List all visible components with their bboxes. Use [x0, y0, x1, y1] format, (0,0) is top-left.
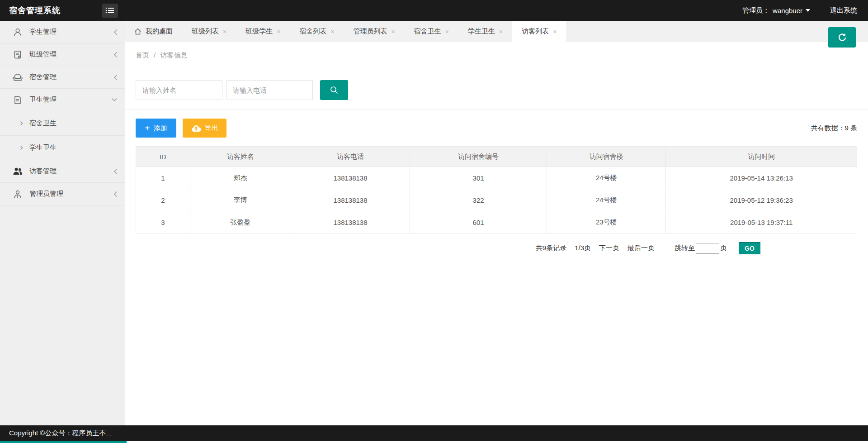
record-summary: 共9条记录	[536, 244, 566, 252]
total-count-label: 共有数据：9 条	[811, 124, 857, 133]
cell-time: 2019-05-14 13:26:13	[666, 167, 857, 189]
admin-username: wangbuer	[773, 7, 802, 14]
admin-user-dropdown[interactable]: 管理员：wangbuer	[742, 6, 810, 15]
header-cell-name: 访客姓名	[190, 147, 291, 167]
sidebar-item-admin-management[interactable]: 管理员管理	[0, 183, 125, 205]
chevron-left-icon	[113, 74, 118, 81]
sidebar-subitem-dorm-hygiene[interactable]: 宿舍卫生	[0, 111, 125, 136]
header-cell-time: 访问时间	[666, 147, 857, 167]
arrow-right-icon	[20, 121, 23, 126]
tab-dorm-list[interactable]: 宿舍列表×	[290, 21, 344, 42]
scrollbar-thumb[interactable]	[0, 441, 127, 443]
sidebar-item-student-management[interactable]: 学生管理	[0, 21, 125, 43]
export-button[interactable]: 导出	[183, 119, 226, 138]
sidebar-subitem-student-hygiene[interactable]: 学生卫生	[0, 136, 125, 160]
sidebar-item-dorm-management[interactable]: 宿舍管理	[0, 66, 125, 89]
last-page-link[interactable]: 最后一页	[627, 244, 655, 252]
admin-icon	[12, 189, 24, 199]
add-button[interactable]: + 添加	[136, 119, 176, 138]
table-row[interactable]: 3 张盈盈 138138138 601 23号楼 2019-05-13 19:3…	[136, 211, 857, 233]
breadcrumb-current: 访客信息	[160, 51, 187, 60]
table-header-row: ID 访客姓名 访客电话 访问宿舍编号 访问宿舍楼 访问时间	[136, 147, 857, 167]
close-icon[interactable]: ×	[330, 28, 334, 35]
chevron-left-icon	[113, 52, 118, 58]
tab-student-hygiene[interactable]: 学生卫生×	[458, 21, 512, 42]
close-icon[interactable]: ×	[392, 28, 395, 35]
hygiene-icon	[12, 95, 24, 105]
visitors-icon	[12, 167, 24, 176]
pagination: 共9条记录 1/3页 下一页 最后一页 跳转至 页 GO	[125, 233, 868, 254]
footer: Copyright ©公众号：程序员王不二	[0, 425, 868, 443]
table-row[interactable]: 1 郑杰 138138138 301 24号楼 2019-05-14 13:26…	[136, 167, 857, 189]
admin-label: 管理员：	[742, 6, 769, 15]
header-cell-building: 访问宿舍楼	[547, 147, 666, 167]
cell-name: 郑杰	[190, 167, 291, 189]
table-toolbar: + 添加 导出 共有数据：9 条	[125, 110, 868, 146]
tab-class-students[interactable]: 班级学生×	[236, 21, 290, 42]
header-cell-room: 访问宿舍编号	[410, 147, 547, 167]
logout-button[interactable]: 退出系统	[830, 6, 857, 15]
cell-time: 2019-05-13 19:37:11	[666, 211, 857, 233]
table-row[interactable]: 2 李博 138138138 322 24号楼 2019-05-12 19:36…	[136, 189, 857, 211]
sidebar-nav: 学生管理 班级管理 宿舍管理 卫生管理 宿舍卫生	[0, 21, 125, 425]
visitor-table-wrap: ID 访客姓名 访客电话 访问宿舍编号 访问宿舍楼 访问时间 1 郑杰 1381…	[125, 146, 868, 233]
copyright-text: Copyright ©公众号：程序员王不二	[9, 429, 113, 438]
close-icon[interactable]: ×	[499, 28, 503, 35]
menu-icon	[105, 7, 114, 14]
tab-admin-list[interactable]: 管理员列表×	[344, 21, 405, 42]
chevron-left-icon	[113, 168, 118, 175]
cell-building: 24号楼	[547, 189, 666, 211]
refresh-icon	[837, 33, 847, 43]
home-icon	[134, 28, 142, 35]
search-button[interactable]	[320, 80, 348, 100]
main-content: 我的桌面 班级列表× 班级学生× 宿舍列表× 管理员列表× 宿舍卫生× 学生卫生…	[125, 21, 868, 425]
close-icon[interactable]: ×	[553, 28, 557, 35]
sidebar-item-hygiene-management[interactable]: 卫生管理	[0, 89, 125, 111]
cell-room: 301	[410, 167, 547, 189]
cell-room: 322	[410, 189, 547, 211]
header-cell-id: ID	[136, 147, 190, 167]
class-icon	[12, 50, 24, 60]
cell-building: 24号楼	[547, 167, 666, 189]
tab-dorm-hygiene[interactable]: 宿舍卫生×	[405, 21, 458, 42]
cell-name: 李博	[190, 189, 291, 211]
breadcrumb-separator: /	[154, 51, 156, 60]
name-search-input[interactable]	[136, 80, 222, 100]
tab-bar: 我的桌面 班级列表× 班级学生× 宿舍列表× 管理员列表× 宿舍卫生× 学生卫生…	[125, 21, 868, 42]
refresh-button[interactable]	[828, 27, 856, 48]
cell-id: 3	[136, 211, 190, 233]
plus-icon: +	[145, 124, 150, 133]
breadcrumb-home-link[interactable]: 首页	[136, 51, 149, 60]
close-icon[interactable]: ×	[445, 28, 449, 35]
tab-class-list[interactable]: 班级列表×	[182, 21, 236, 42]
header-cell-phone: 访客电话	[291, 147, 410, 167]
app-title: 宿舍管理系统	[0, 5, 102, 16]
phone-search-input[interactable]	[226, 80, 313, 100]
arrow-right-icon	[20, 145, 23, 150]
cell-building: 23号楼	[547, 211, 666, 233]
breadcrumb: 首页 / 访客信息	[136, 51, 187, 60]
close-icon[interactable]: ×	[277, 28, 280, 35]
cell-phone: 138138138	[291, 189, 410, 211]
cell-phone: 138138138	[291, 211, 410, 233]
tab-visitor-list[interactable]: 访客列表×	[512, 21, 566, 42]
chevron-left-icon	[113, 29, 118, 35]
tab-my-desktop[interactable]: 我的桌面	[125, 21, 182, 42]
next-page-link[interactable]: 下一页	[599, 244, 619, 252]
sidebar-item-class-management[interactable]: 班级管理	[0, 43, 125, 66]
sidebar-toggle-button[interactable]	[102, 4, 118, 18]
cell-id: 2	[136, 189, 190, 211]
go-button[interactable]: GO	[739, 242, 760, 254]
page-jump-input[interactable]	[696, 243, 719, 254]
cell-time: 2019-05-12 19:36:23	[666, 189, 857, 211]
top-header: 宿舍管理系统 管理员：wangbuer 退出系统	[0, 0, 868, 21]
horizontal-scrollbar[interactable]	[0, 441, 868, 443]
cell-name: 张盈盈	[190, 211, 291, 233]
cloud-export-icon	[191, 124, 202, 133]
sidebar-item-visitor-management[interactable]: 访客管理	[0, 160, 125, 183]
close-icon[interactable]: ×	[223, 28, 226, 35]
search-bar	[125, 69, 868, 110]
dorm-icon	[12, 72, 24, 82]
total-count-value: 9	[844, 124, 848, 132]
page-jump-group: 跳转至 页	[675, 243, 727, 254]
